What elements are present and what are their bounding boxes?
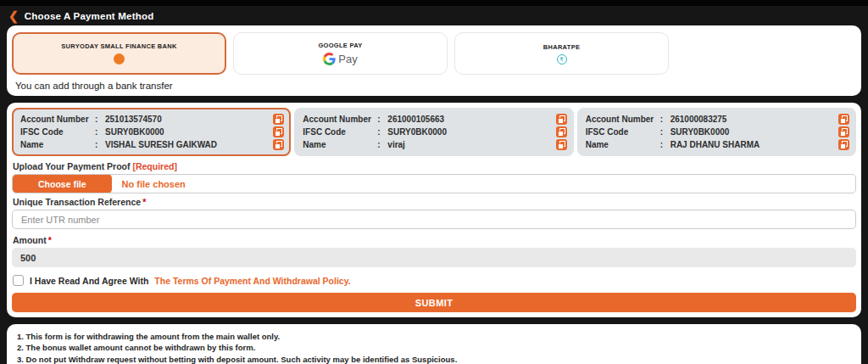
required-asterisk: * — [142, 197, 146, 207]
copy-icon[interactable] — [556, 139, 567, 150]
upload-proof-label-text: Upload Your Payment Proof — [13, 161, 130, 171]
account-number-label: Account Number — [586, 113, 660, 126]
ifsc-value: SURY0BK0000 — [670, 126, 838, 138]
separator: : — [660, 113, 670, 126]
ifsc-line: IFSC Code : SURY0BK0000 — [20, 126, 284, 138]
payment-method-google-pay[interactable]: GOOGLE PAY Pay — [233, 32, 448, 75]
agree-text: I Have Read And Agree With — [30, 276, 148, 286]
no-file-chosen-text: No file chosen — [122, 179, 186, 189]
ifsc-line: IFSC Code : SURY0BK0000 — [586, 126, 849, 138]
bank-transfer-note: You can add through a bank transfer — [15, 81, 856, 91]
required-tag: [Required] — [132, 161, 177, 171]
utr-label-text: Unique Transaction Reference — [13, 197, 141, 207]
payment-methods-row: SURYODAY SMALL FINANCE BANK GOOGLE PAY P… — [12, 32, 856, 75]
amount-label-text: Amount — [13, 235, 47, 245]
bharatpe-icon: ₹ — [557, 54, 567, 64]
google-g-icon — [323, 53, 336, 65]
name-line: Name : RAJ DHANU SHARMA — [586, 138, 849, 151]
note-line: 2. The bonus wallet amount cannot be wit… — [17, 342, 851, 353]
ifsc-label: IFSC Code — [303, 126, 377, 138]
ifsc-value: SURY0BK0000 — [387, 126, 555, 138]
copy-icon[interactable] — [273, 114, 284, 125]
file-upload-field[interactable]: Choose file No file chosen — [12, 174, 856, 193]
account-number-value: 261000083275 — [670, 113, 838, 126]
name-label: Name — [586, 138, 660, 151]
bank-account-card-3[interactable]: Account Number : 261000083275 IFSC Code … — [577, 108, 856, 156]
bank-account-card-2[interactable]: Account Number : 261000105663 IFSC Code … — [294, 108, 573, 156]
copy-icon[interactable] — [838, 114, 849, 125]
separator: : — [95, 138, 105, 151]
terms-policy-link[interactable]: The Terms Of Payment And Withdrawal Poli… — [154, 276, 350, 286]
utr-label: Unique Transaction Reference* — [13, 197, 856, 207]
account-number-value: 261000105663 — [387, 113, 555, 126]
footer-notes-panel: 1. This form is for withdrawing the amou… — [7, 324, 861, 364]
account-number-label: Account Number — [20, 113, 95, 126]
copy-icon[interactable] — [556, 114, 567, 125]
gpay-wordmark: Pay — [338, 53, 357, 65]
separator: : — [95, 113, 105, 126]
terms-checkbox[interactable] — [13, 275, 24, 286]
payment-method-suryoday[interactable]: SURYODAY SMALL FINANCE BANK — [12, 32, 226, 75]
separator: : — [377, 126, 387, 138]
account-number-line: Account Number : 261000083275 — [586, 113, 849, 126]
separator: : — [95, 126, 105, 138]
submit-button[interactable]: SUBMIT — [12, 293, 856, 312]
amount-label: Amount* — [13, 235, 856, 245]
account-number-value: 251013574570 — [105, 113, 273, 126]
account-number-label: Account Number — [303, 113, 377, 126]
terms-agreement-row: I Have Read And Agree With The Terms Of … — [13, 275, 856, 286]
account-number-line: Account Number : 261000105663 — [303, 113, 566, 126]
suryoday-bank-icon — [114, 53, 125, 64]
name-label: Name — [303, 138, 377, 151]
withdrawal-form-panel: Account Number : 251013574570 IFSC Code … — [7, 103, 861, 317]
ifsc-value: SURY0BK0000 — [105, 126, 273, 138]
name-line: Name : VISHAL SURESH GAIKWAD — [20, 138, 284, 151]
separator: : — [660, 138, 670, 151]
copy-icon[interactable] — [273, 126, 284, 137]
ifsc-label: IFSC Code — [586, 126, 660, 138]
copy-icon[interactable] — [556, 126, 567, 137]
copy-icon[interactable] — [838, 139, 849, 150]
payment-method-label: GOOGLE PAY — [318, 42, 362, 49]
google-pay-logo: Pay — [323, 53, 357, 65]
note-line: 1. This form is for withdrawing the amou… — [17, 331, 851, 342]
utr-input[interactable] — [12, 210, 856, 229]
back-icon[interactable] — [8, 11, 19, 21]
separator: : — [377, 113, 387, 126]
note-line: 3. Do not put Withdraw request without b… — [17, 354, 851, 364]
amount-input[interactable] — [12, 248, 856, 267]
copy-icon[interactable] — [273, 139, 284, 150]
name-label: Name — [20, 138, 95, 151]
page-title: Choose A Payment Method — [25, 11, 154, 21]
separator: : — [660, 126, 670, 138]
ifsc-line: IFSC Code : SURY0BK0000 — [303, 126, 566, 138]
choose-file-button[interactable]: Choose file — [13, 174, 112, 193]
required-asterisk: * — [48, 235, 52, 245]
bank-accounts-row: Account Number : 251013574570 IFSC Code … — [12, 108, 856, 156]
name-line: Name : viraj — [303, 138, 566, 151]
separator: : — [377, 138, 387, 151]
payment-method-label: BHARATPE — [543, 43, 581, 51]
upload-proof-label: Upload Your Payment Proof [Required] — [13, 161, 856, 171]
name-value: viraj — [387, 138, 555, 151]
name-value: RAJ DHANU SHARMA — [670, 138, 838, 151]
copy-icon[interactable] — [838, 126, 849, 137]
payment-method-label: SURYODAY SMALL FINANCE BANK — [61, 42, 176, 50]
payment-methods-panel: SURYODAY SMALL FINANCE BANK GOOGLE PAY P… — [7, 25, 861, 96]
bank-account-card-1[interactable]: Account Number : 251013574570 IFSC Code … — [12, 108, 291, 156]
page-header: Choose A Payment Method — [0, 6, 868, 25]
ifsc-label: IFSC Code — [20, 126, 95, 138]
name-value: VISHAL SURESH GAIKWAD — [105, 138, 273, 151]
payment-method-bharatpe[interactable]: BHARATPE ₹ — [454, 32, 669, 75]
account-number-line: Account Number : 251013574570 — [20, 113, 284, 126]
top-strip — [0, 0, 868, 6]
